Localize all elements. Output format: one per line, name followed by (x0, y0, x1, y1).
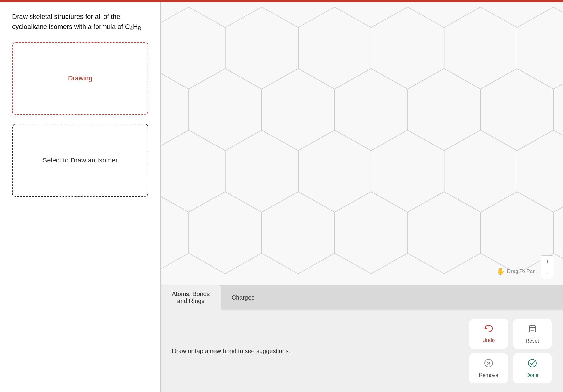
toolbar: Atoms, Bondsand Rings Charges (161, 285, 563, 310)
suggestion-text: Draw or tap a new bond to see suggestion… (172, 348, 469, 355)
svg-marker-29 (335, 192, 408, 274)
svg-marker-3 (298, 7, 371, 89)
svg-marker-34 (485, 326, 488, 329)
done-button[interactable]: Done (513, 353, 552, 383)
done-label: Done (526, 372, 539, 378)
svg-rect-35 (529, 326, 535, 332)
svg-marker-20 (298, 130, 371, 212)
svg-marker-21 (371, 130, 444, 212)
tab-atoms-bonds-rings[interactable]: Atoms, Bondsand Rings (161, 285, 221, 310)
question-text: Draw skeletal structures for all of the … (12, 12, 148, 33)
svg-marker-15 (554, 69, 563, 151)
reset-icon (528, 324, 537, 336)
drag-icon: ✋ (496, 268, 505, 275)
remove-icon (484, 359, 493, 370)
svg-marker-12 (335, 69, 408, 151)
drawing-box[interactable]: Drawing (12, 42, 148, 115)
svg-marker-1 (161, 7, 225, 89)
svg-point-44 (528, 359, 536, 367)
main-content: Draw skeletal structures for all of the … (0, 2, 563, 392)
drag-hint: ✋ Drag To Pan (496, 268, 536, 275)
svg-marker-5 (444, 7, 517, 89)
svg-marker-9 (161, 69, 189, 151)
top-bar (0, 0, 563, 2)
svg-marker-26 (161, 192, 189, 274)
drawing-box-label: Drawing (68, 74, 93, 82)
remove-label: Remove (479, 372, 498, 378)
bottom-panel: Draw or tap a new bond to see suggestion… (161, 310, 563, 392)
remove-button[interactable]: Remove (469, 353, 508, 383)
reset-button[interactable]: Reset (513, 319, 552, 349)
svg-marker-27 (189, 192, 261, 274)
undo-button[interactable]: Undo (469, 319, 508, 349)
undo-label: Undo (483, 337, 495, 343)
svg-marker-28 (262, 192, 335, 274)
svg-marker-19 (225, 130, 298, 212)
hex-canvas[interactable]: ✋ Drag To Pan + − (161, 2, 563, 285)
svg-marker-30 (408, 192, 480, 274)
toolbar-tabs: Atoms, Bondsand Rings Charges (161, 285, 563, 310)
drag-hint-label: Drag To Pan (507, 268, 536, 274)
svg-marker-6 (517, 7, 563, 89)
svg-marker-4 (371, 7, 444, 89)
left-panel: Draw skeletal structures for all of the … (0, 2, 161, 392)
svg-marker-13 (408, 69, 480, 151)
undo-icon (484, 324, 493, 335)
svg-marker-10 (189, 69, 261, 151)
svg-marker-18 (161, 130, 225, 212)
svg-marker-32 (554, 192, 563, 274)
isomer-box[interactable]: Select to Draw an Isomer (12, 124, 148, 197)
svg-marker-11 (262, 69, 335, 151)
svg-marker-23 (517, 130, 563, 212)
done-icon (528, 359, 537, 370)
zoom-out-button[interactable]: − (541, 267, 554, 279)
action-buttons: Undo Reset (469, 319, 552, 383)
zoom-controls: + − (541, 255, 554, 279)
svg-marker-2 (225, 7, 298, 89)
zoom-in-button[interactable]: + (541, 256, 554, 267)
reset-label: Reset (526, 338, 539, 344)
tab-charges[interactable]: Charges (221, 285, 266, 310)
right-panel: ✋ Drag To Pan + − Atoms, Bondsand Rings … (161, 2, 563, 392)
svg-marker-22 (444, 130, 517, 212)
isomer-box-label: Select to Draw an Isomer (43, 156, 118, 164)
svg-marker-14 (480, 69, 553, 151)
